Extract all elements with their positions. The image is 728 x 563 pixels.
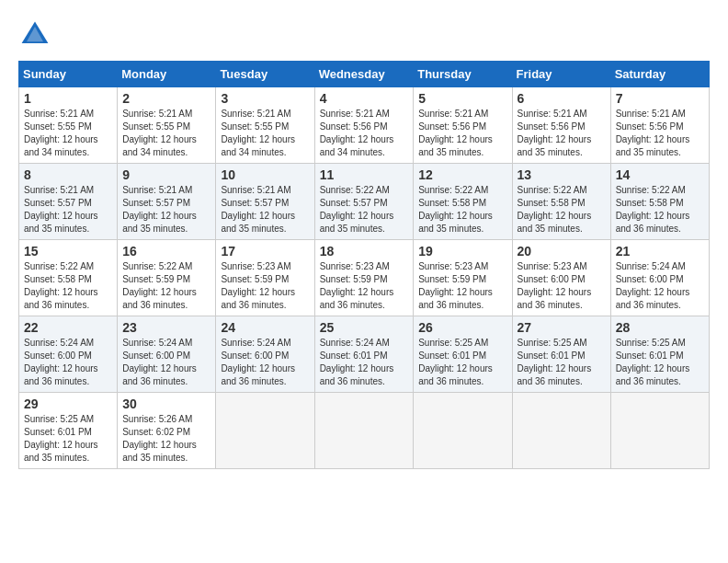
daylight-label: Daylight: 12 hours and 36 minutes. <box>418 287 493 310</box>
calendar-cell: 20 Sunrise: 5:23 AM Sunset: 6:00 PM Dayl… <box>512 240 610 316</box>
daylight-label: Daylight: 12 hours and 34 minutes. <box>221 134 295 157</box>
daylight-label: Daylight: 12 hours and 36 minutes. <box>616 363 690 386</box>
day-info: Sunrise: 5:23 AM Sunset: 5:59 PM Dayligh… <box>418 260 506 312</box>
calendar-cell: 14 Sunrise: 5:22 AM Sunset: 5:58 PM Dayl… <box>610 164 709 240</box>
sunrise-label: Sunrise: 5:23 AM <box>518 261 587 271</box>
sunset-label: Sunset: 5:59 PM <box>221 274 289 284</box>
sunset-label: Sunset: 5:56 PM <box>616 121 684 132</box>
day-number: 2 <box>122 91 210 106</box>
calendar-cell: 8 Sunrise: 5:21 AM Sunset: 5:57 PM Dayli… <box>19 164 118 240</box>
sunset-label: Sunset: 5:58 PM <box>616 198 684 208</box>
calendar-cell: 5 Sunrise: 5:21 AM Sunset: 5:56 PM Dayli… <box>414 87 512 164</box>
daylight-label: Daylight: 12 hours and 36 minutes. <box>320 287 394 310</box>
col-header-monday: Monday <box>118 62 216 87</box>
daylight-label: Daylight: 12 hours and 35 minutes. <box>418 134 493 157</box>
calendar-cell: 19 Sunrise: 5:23 AM Sunset: 5:59 PM Dayl… <box>414 240 512 316</box>
daylight-label: Daylight: 12 hours and 34 minutes. <box>320 134 394 157</box>
day-number: 4 <box>320 91 409 106</box>
sunrise-label: Sunrise: 5:21 AM <box>320 109 390 119</box>
calendar-cell <box>314 393 414 469</box>
day-number: 21 <box>616 244 704 259</box>
sunset-label: Sunset: 5:58 PM <box>418 198 486 208</box>
col-header-thursday: Thursday <box>414 62 512 87</box>
sunrise-label: Sunrise: 5:21 AM <box>518 109 587 119</box>
sunrise-label: Sunrise: 5:21 AM <box>616 109 686 119</box>
calendar: SundayMondayTuesdayWednesdayThursdayFrid… <box>18 61 710 469</box>
col-header-saturday: Saturday <box>610 62 709 87</box>
day-number: 26 <box>418 320 506 335</box>
sunrise-label: Sunrise: 5:21 AM <box>221 185 290 195</box>
sunrise-label: Sunrise: 5:24 AM <box>320 338 390 348</box>
day-info: Sunrise: 5:21 AM Sunset: 5:55 PM Dayligh… <box>24 108 112 159</box>
day-number: 3 <box>221 91 309 106</box>
day-info: Sunrise: 5:22 AM Sunset: 5:57 PM Dayligh… <box>320 184 409 236</box>
sunset-label: Sunset: 6:00 PM <box>518 274 586 284</box>
sunrise-label: Sunrise: 5:22 AM <box>418 185 488 195</box>
calendar-cell: 16 Sunrise: 5:22 AM Sunset: 5:59 PM Dayl… <box>118 240 216 316</box>
day-number: 7 <box>616 91 704 106</box>
daylight-label: Daylight: 12 hours and 35 minutes. <box>122 211 197 234</box>
col-header-wednesday: Wednesday <box>314 62 414 87</box>
day-info: Sunrise: 5:21 AM Sunset: 5:56 PM Dayligh… <box>616 108 704 159</box>
day-info: Sunrise: 5:23 AM Sunset: 5:59 PM Dayligh… <box>320 260 409 312</box>
daylight-label: Daylight: 12 hours and 36 minutes. <box>518 287 592 310</box>
calendar-cell: 11 Sunrise: 5:22 AM Sunset: 5:57 PM Dayl… <box>314 164 414 240</box>
day-info: Sunrise: 5:21 AM Sunset: 5:56 PM Dayligh… <box>418 108 506 159</box>
calendar-week-4: 22 Sunrise: 5:24 AM Sunset: 6:00 PM Dayl… <box>19 316 710 393</box>
day-number: 11 <box>320 167 409 182</box>
daylight-label: Daylight: 12 hours and 36 minutes. <box>320 363 394 386</box>
sunrise-label: Sunrise: 5:22 AM <box>616 185 686 195</box>
day-info: Sunrise: 5:24 AM Sunset: 6:00 PM Dayligh… <box>616 260 704 312</box>
sunset-label: Sunset: 6:01 PM <box>24 427 92 437</box>
calendar-cell <box>610 393 709 469</box>
sunrise-label: Sunrise: 5:21 AM <box>221 109 290 119</box>
daylight-label: Daylight: 12 hours and 36 minutes. <box>616 211 690 234</box>
calendar-week-3: 15 Sunrise: 5:22 AM Sunset: 5:58 PM Dayl… <box>19 240 710 316</box>
sunrise-label: Sunrise: 5:24 AM <box>24 338 94 348</box>
day-number: 22 <box>24 320 112 335</box>
calendar-cell: 29 Sunrise: 5:25 AM Sunset: 6:01 PM Dayl… <box>19 393 118 469</box>
day-info: Sunrise: 5:25 AM Sunset: 6:01 PM Dayligh… <box>518 337 606 388</box>
sunrise-label: Sunrise: 5:25 AM <box>24 414 94 424</box>
daylight-label: Daylight: 12 hours and 35 minutes. <box>518 211 592 234</box>
daylight-label: Daylight: 12 hours and 34 minutes. <box>24 134 98 157</box>
sunrise-label: Sunrise: 5:25 AM <box>418 338 488 348</box>
calendar-cell: 10 Sunrise: 5:21 AM Sunset: 5:57 PM Dayl… <box>216 164 314 240</box>
day-info: Sunrise: 5:24 AM Sunset: 6:01 PM Dayligh… <box>320 337 409 388</box>
day-info: Sunrise: 5:22 AM Sunset: 5:58 PM Dayligh… <box>518 184 606 236</box>
calendar-cell: 7 Sunrise: 5:21 AM Sunset: 5:56 PM Dayli… <box>610 87 709 164</box>
logo <box>18 18 57 52</box>
daylight-label: Daylight: 12 hours and 36 minutes. <box>418 363 493 386</box>
sunset-label: Sunset: 5:55 PM <box>24 121 92 132</box>
col-header-tuesday: Tuesday <box>216 62 314 87</box>
calendar-cell: 17 Sunrise: 5:23 AM Sunset: 5:59 PM Dayl… <box>216 240 314 316</box>
day-number: 10 <box>221 167 309 182</box>
day-info: Sunrise: 5:21 AM Sunset: 5:55 PM Dayligh… <box>221 108 309 159</box>
daylight-label: Daylight: 12 hours and 36 minutes. <box>616 287 690 310</box>
daylight-label: Daylight: 12 hours and 36 minutes. <box>24 363 98 386</box>
sunset-label: Sunset: 6:01 PM <box>518 350 586 361</box>
day-number: 20 <box>518 244 606 259</box>
daylight-label: Daylight: 12 hours and 36 minutes. <box>24 287 98 310</box>
sunset-label: Sunset: 5:57 PM <box>24 198 92 208</box>
calendar-cell: 23 Sunrise: 5:24 AM Sunset: 6:00 PM Dayl… <box>118 316 216 393</box>
calendar-cell: 15 Sunrise: 5:22 AM Sunset: 5:58 PM Dayl… <box>19 240 118 316</box>
day-info: Sunrise: 5:21 AM Sunset: 5:57 PM Dayligh… <box>122 184 210 236</box>
calendar-cell: 18 Sunrise: 5:23 AM Sunset: 5:59 PM Dayl… <box>314 240 414 316</box>
sunrise-label: Sunrise: 5:24 AM <box>122 338 192 348</box>
sunset-label: Sunset: 5:59 PM <box>122 274 190 284</box>
day-info: Sunrise: 5:21 AM Sunset: 5:57 PM Dayligh… <box>24 184 112 236</box>
sunset-label: Sunset: 5:56 PM <box>518 121 586 132</box>
day-info: Sunrise: 5:25 AM Sunset: 6:01 PM Dayligh… <box>616 337 704 388</box>
calendar-header-row: SundayMondayTuesdayWednesdayThursdayFrid… <box>19 62 710 87</box>
sunset-label: Sunset: 5:56 PM <box>418 121 486 132</box>
sunrise-label: Sunrise: 5:22 AM <box>320 185 390 195</box>
day-number: 6 <box>518 91 606 106</box>
sunset-label: Sunset: 5:57 PM <box>221 198 289 208</box>
day-number: 5 <box>418 91 506 106</box>
day-number: 25 <box>320 320 409 335</box>
daylight-label: Daylight: 12 hours and 35 minutes. <box>418 211 493 234</box>
day-info: Sunrise: 5:21 AM Sunset: 5:56 PM Dayligh… <box>518 108 606 159</box>
daylight-label: Daylight: 12 hours and 35 minutes. <box>616 134 690 157</box>
sunset-label: Sunset: 5:57 PM <box>122 198 190 208</box>
